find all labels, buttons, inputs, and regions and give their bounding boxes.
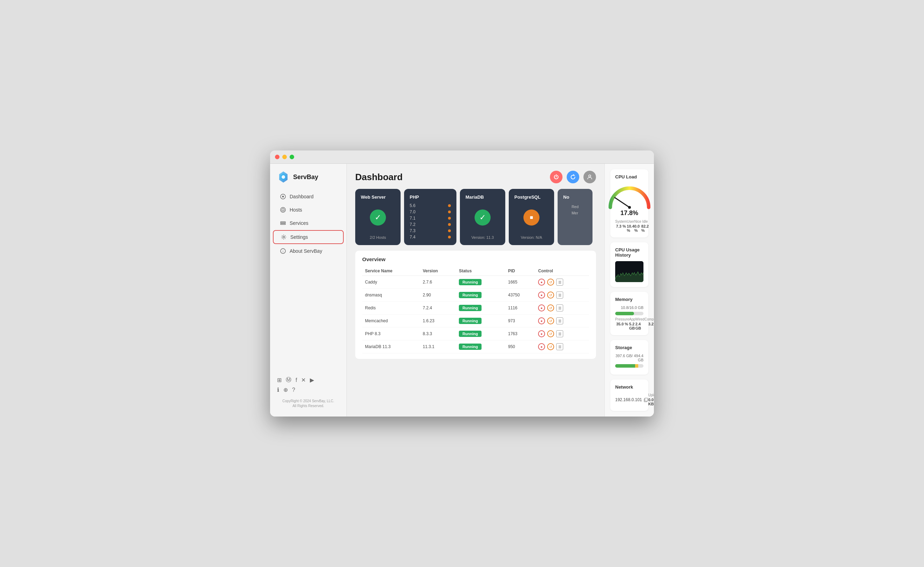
card-postgresql-subtitle: Version: N/A [520, 235, 542, 239]
log-button[interactable]: ☰ [556, 292, 563, 299]
svg-point-12 [589, 175, 591, 177]
help-icon[interactable]: ? [292, 387, 295, 393]
network-section: Network 192.168.0.101 Upload [610, 379, 648, 411]
mem-compressed-label: Compressed [645, 317, 654, 321]
header-actions [550, 171, 596, 183]
card-mariadb-title: MariaDB [465, 194, 484, 200]
log-button[interactable]: ☰ [556, 278, 563, 286]
close-button[interactable] [275, 155, 279, 159]
svg-point-14 [628, 206, 631, 209]
medium-icon[interactable]: Ⓜ [286, 376, 291, 384]
status-badge: Running [459, 344, 482, 350]
globe-icon[interactable]: ⊕ [284, 387, 288, 393]
user-button[interactable] [584, 171, 596, 183]
facebook-icon[interactable]: f [296, 377, 297, 384]
youtube-icon[interactable]: ▶ [310, 377, 314, 384]
mem-app-value: 5.2 GB [629, 322, 635, 330]
cpu-stat-nice: Nice 0.0 % [634, 220, 641, 233]
col-version: Version [420, 266, 456, 276]
sidebar-social: ⊞ Ⓜ f ✕ ▶ ℹ ⊕ ? CopyRight © 2024 ServBay… [270, 373, 346, 413]
stop-button[interactable]: ■ [538, 330, 545, 337]
sidebar-item-hosts[interactable]: Hosts [273, 203, 344, 216]
stop-button[interactable]: ■ [538, 343, 545, 350]
discord-icon[interactable]: ⊞ [277, 377, 282, 384]
cell-version: 1.6.23 [420, 314, 456, 328]
cell-status: Running [456, 302, 505, 314]
cpu-stat-nice-label: Nice [634, 220, 641, 223]
content-header: Dashboard [347, 164, 604, 189]
stop-button[interactable]: ■ [538, 304, 545, 311]
social-icons-row2: ℹ ⊕ ? [277, 387, 339, 393]
cell-status: Running [456, 289, 505, 302]
cpu-stat-nice-value: 0.0 % [634, 224, 641, 233]
svg-point-2 [282, 175, 285, 179]
cpu-stat-system-label: System [615, 220, 627, 223]
card-partial-subtitle: Red Mer [572, 205, 579, 215]
cell-pid: 1665 [505, 276, 535, 289]
power-button[interactable] [550, 171, 562, 183]
upload-label: Upload [648, 393, 654, 397]
restart-button[interactable]: ↺ [547, 330, 554, 337]
svg-rect-8 [280, 223, 285, 224]
restart-button[interactable]: ↺ [547, 343, 554, 350]
cpu-load-value: 17.8% [620, 209, 638, 217]
card-postgresql[interactable]: PostgreSQL ■ Version: N/A [509, 189, 554, 245]
cpu-history-title: CPU Usage History [615, 247, 644, 258]
sidebar-item-about[interactable]: i About ServBay [273, 245, 344, 257]
card-mariadb-icon: ✓ [474, 203, 490, 232]
svg-point-9 [283, 236, 285, 238]
sidebar-item-services[interactable]: Services [273, 217, 344, 229]
log-button[interactable]: ☰ [556, 317, 563, 324]
upload-value: 0.0 KB/s [648, 398, 654, 406]
log-button[interactable]: ☰ [556, 304, 563, 311]
restart-button[interactable]: ↺ [547, 292, 554, 299]
svg-rect-17 [645, 398, 648, 401]
restart-button[interactable]: ↺ [547, 317, 554, 324]
restart-button[interactable]: ↺ [547, 304, 554, 311]
storage-bar [615, 364, 644, 368]
main-layout: ServBay Dashboard Hosts [270, 164, 654, 417]
cell-control: ■ ↺ ☰ [535, 314, 589, 328]
card-mariadb[interactable]: MariaDB ✓ Version: 11.3 [460, 189, 505, 245]
mem-wired-value: 2.4 GB [635, 322, 645, 330]
sidebar-item-settings[interactable]: Settings [273, 230, 344, 244]
main-content: Dashboard [347, 164, 604, 417]
table-row: Caddy 2.7.6 Running 1665 ■ ↺ ☰ [362, 276, 589, 289]
cpu-stats: System 7.3 % User 10.4 % Nice 0.0 % Id [615, 220, 644, 233]
cpu-stat-user-label: User [627, 220, 634, 223]
card-webserver[interactable]: Web Server ✓ 2/2 Hosts [355, 189, 400, 245]
app-window: ServBay Dashboard Hosts [270, 150, 654, 417]
maximize-button[interactable] [290, 155, 294, 159]
card-partial[interactable]: No Red Mer [558, 189, 592, 245]
sidebar: ServBay Dashboard Hosts [270, 164, 347, 417]
minimize-button[interactable] [282, 155, 287, 159]
cpu-stat-system: System 7.3 % [615, 220, 627, 233]
stop-button[interactable]: ■ [538, 278, 545, 286]
refresh-button[interactable] [567, 171, 579, 183]
cell-pid: 1116 [505, 302, 535, 314]
php-dot-71 [448, 217, 451, 220]
card-php[interactable]: PHP 5.6 7.0 7.1 [404, 189, 456, 245]
service-cards-row: Web Server ✓ 2/2 Hosts PHP 5.6 [347, 189, 604, 251]
svg-line-13 [615, 198, 630, 208]
col-pid: PID [505, 266, 535, 276]
info-icon[interactable]: ℹ [277, 387, 279, 393]
cpu-history-svg [615, 261, 644, 282]
cell-service-name: Memcached [362, 314, 420, 328]
log-button[interactable]: ☰ [556, 343, 563, 350]
network-speeds: Upload 0.0 KB/s Download 1.0 KB/s [648, 393, 654, 406]
svg-point-5 [280, 208, 285, 212]
copy-icon[interactable] [644, 397, 648, 402]
memory-label: 10.8/16.0 GB [615, 305, 644, 310]
memory-title: Memory [615, 297, 644, 302]
stop-button[interactable]: ■ [538, 317, 545, 324]
memory-stats: Pressure 35.0 % App 5.2 GB Wired 2.4 GB [615, 317, 644, 330]
stop-button[interactable]: ■ [538, 292, 545, 299]
services-label: Services [290, 220, 309, 226]
sidebar-item-dashboard[interactable]: Dashboard [273, 190, 344, 203]
status-badge: Running [459, 279, 482, 285]
status-badge: Running [459, 331, 482, 337]
log-button[interactable]: ☰ [556, 330, 563, 337]
restart-button[interactable]: ↺ [547, 278, 554, 286]
x-icon[interactable]: ✕ [301, 377, 306, 384]
